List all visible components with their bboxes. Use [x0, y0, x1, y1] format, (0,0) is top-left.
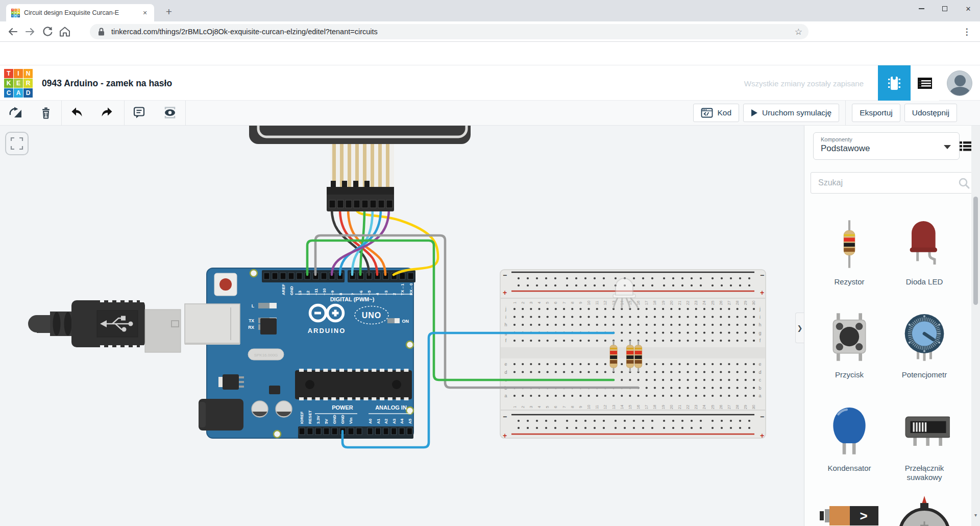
logo-cell: I [14, 9, 17, 11]
column-number: 12 [603, 301, 607, 305]
component-item-przycisk[interactable]: Przycisk [815, 309, 884, 379]
row-label: g [758, 330, 761, 336]
usb-port [185, 304, 240, 344]
minimize-icon[interactable] [910, 0, 933, 17]
pin-label: A1 [376, 418, 381, 424]
avatar[interactable] [947, 70, 972, 96]
capacitor-icon [824, 402, 875, 459]
scrollbar-track[interactable] [971, 126, 980, 526]
digital-label: DIGITAL (PWM~) [330, 296, 375, 302]
resistor-icon [824, 216, 875, 272]
delete-icon[interactable] [35, 101, 57, 125]
column-number: 20 [669, 301, 674, 305]
scrollbar-thumb[interactable] [973, 197, 978, 305]
components-category-dropdown[interactable]: Komponenty Podstawowe [813, 132, 960, 160]
rail-sign: + [503, 432, 507, 440]
component-item-kondensator[interactable]: Kondensator [815, 402, 884, 473]
crystal-text: SPK16.000G [254, 353, 278, 357]
maximize-icon[interactable] [933, 0, 957, 17]
component-label: Przełącznik suwakowy [890, 464, 959, 482]
component-item-rezystor[interactable]: Rezystor [815, 216, 884, 286]
logo-cell: C [11, 14, 14, 17]
home-icon[interactable] [56, 23, 74, 40]
browser-tab[interactable]: TINKERCAD Circuit design Exquisite Curca… [6, 4, 154, 21]
run-button-label: Uruchom symulację [762, 108, 831, 117]
url-text: tinkercad.com/things/2rBMLcOj8Ok-exquisi… [111, 28, 790, 36]
pin-label: 4 [375, 293, 380, 295]
row-label: h [758, 322, 761, 327]
battery-icon: > [819, 501, 880, 526]
pin-label: A3 [392, 418, 397, 424]
new-tab-icon[interactable]: + [161, 4, 177, 19]
list-view-button[interactable] [911, 65, 939, 101]
rail-sign: − [503, 413, 507, 421]
logo-cell: E [14, 11, 17, 14]
logo-cell: T [11, 9, 14, 11]
share-button[interactable]: Udostępnij [904, 104, 957, 122]
code-button[interactable]: Kod [693, 104, 739, 122]
component-item-dioda-led[interactable]: Dioda LED [890, 216, 959, 286]
component-label: Dioda LED [906, 277, 943, 286]
row-label: i [505, 315, 506, 320]
arduino-uno-board[interactable]: DIGITAL (PWM~) POWER ANALOG IN L TX RX A… [199, 268, 415, 439]
redo-icon[interactable] [96, 101, 118, 125]
circuit-view-button[interactable] [878, 65, 911, 101]
tab-close-icon[interactable]: ✕ [141, 9, 149, 17]
collapse-panel-icon[interactable]: ❯ [795, 313, 804, 343]
column-number: 29 [743, 301, 748, 305]
row-label: c [759, 377, 762, 382]
scroll-down-icon[interactable]: ▾ [972, 512, 979, 518]
export-button[interactable]: Eksportuj [852, 104, 900, 122]
run-simulation-button[interactable]: Uruchom symulację [743, 104, 839, 122]
column-number: 5 [545, 302, 550, 304]
undo-icon[interactable] [65, 101, 88, 125]
column-number: 27 [727, 405, 731, 409]
component-item-battery[interactable]: > [815, 501, 884, 526]
column-number: 23 [694, 301, 698, 305]
column-number: 3 [529, 302, 533, 304]
browser-menu-icon[interactable]: ⋮ [960, 25, 974, 39]
potentiometer-icon [899, 309, 950, 365]
bookmark-star-icon[interactable]: ☆ [795, 27, 802, 37]
column-number: 28 [735, 301, 740, 305]
forward-icon[interactable] [21, 23, 39, 40]
usb-cable[interactable] [28, 298, 240, 352]
pin-label: A4 [400, 418, 404, 424]
pin-label: GND [332, 415, 337, 424]
search-input[interactable] [818, 173, 956, 193]
address-field[interactable]: tinkercad.com/things/2rBMLcOj8Ok-exquisi… [90, 24, 808, 39]
column-number: 3 [529, 406, 533, 408]
app-header: TINKERCAD 0943 Arduino - zamek na hasło … [0, 65, 980, 101]
column-number: 24 [702, 405, 706, 409]
zoom-to-fit-button[interactable] [5, 132, 29, 155]
visibility-icon[interactable] [159, 101, 181, 125]
component-item-potencjometr[interactable]: Potencjometr [890, 309, 959, 379]
design-title[interactable]: 0943 Arduino - zamek na hasło [42, 65, 172, 101]
window-close-icon[interactable]: ✕ [957, 0, 980, 17]
logo-cell: T [4, 69, 13, 78]
row-label: b [758, 386, 761, 391]
column-number: 4 [537, 406, 542, 408]
column-number: 30 [751, 301, 756, 305]
rotate-icon[interactable] [4, 101, 27, 125]
column-number: 28 [735, 405, 740, 409]
logo-cell: N [17, 9, 20, 11]
component-item-przelacznik[interactable]: Przełącznik suwakowy [890, 402, 959, 482]
back-icon[interactable] [4, 23, 21, 40]
column-number: 22 [685, 301, 690, 305]
components-panel: Komponenty Podstawowe Rezystor [804, 126, 980, 526]
reset-button[interactable] [214, 273, 237, 296]
circuit-canvas[interactable]: DIGITAL (PWM~) POWER ANALOG IN L TX RX A… [0, 126, 804, 526]
logo-cell: D [23, 88, 33, 98]
slide-switch-icon [899, 402, 950, 459]
rail-sign: − [760, 413, 764, 421]
keypad[interactable] [249, 126, 471, 211]
tinkercad-logo[interactable]: TINKERCAD [4, 69, 33, 98]
reload-icon[interactable] [39, 23, 56, 40]
notes-icon[interactable] [128, 101, 151, 125]
column-number: 11 [595, 405, 599, 409]
component-label: Potencjometr [902, 370, 947, 379]
component-item-coin-battery[interactable]: COIN BATTERY [890, 495, 959, 526]
column-number: 27 [727, 301, 731, 305]
list-view-icon [917, 77, 933, 90]
